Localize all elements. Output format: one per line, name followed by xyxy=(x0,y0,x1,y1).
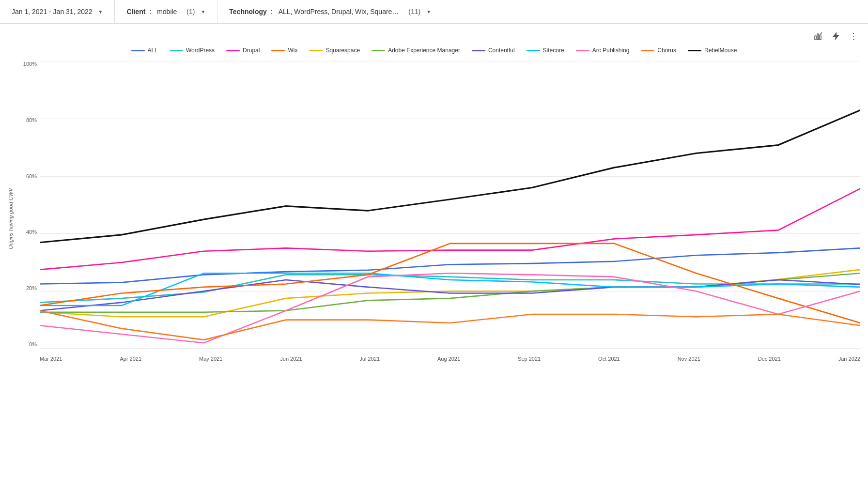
technology-filter-count: (11) xyxy=(408,8,420,15)
y-label-20: 20% xyxy=(18,286,40,291)
y-label-100: 100% xyxy=(18,61,40,67)
legend-color-contentful xyxy=(472,50,485,51)
chorus-line xyxy=(40,311,860,340)
legend-label-sitecore: Sitecore xyxy=(543,47,564,54)
legend-label-arc: Arc Publishing xyxy=(592,47,630,54)
legend-color-arc xyxy=(576,50,589,51)
client-filter-label: Client xyxy=(126,8,145,15)
legend-item-wordpress: WordPress xyxy=(170,47,215,54)
legend-item-squarespace: Squarespace xyxy=(309,47,360,54)
client-chevron: ▼ xyxy=(201,9,205,15)
x-label-jul2021: Jul 2021 xyxy=(359,356,380,362)
y-axis-label: Origins having good CWV xyxy=(8,61,16,362)
lightning-icon[interactable] xyxy=(829,30,843,43)
x-label-nov2021: Nov 2021 xyxy=(678,356,700,362)
date-chevron: ▼ xyxy=(98,9,103,15)
legend-label-rebelmouse: RebelMouse xyxy=(704,47,737,54)
svg-rect-2 xyxy=(820,35,821,40)
x-labels: Mar 2021 Apr 2021 May 2021 Jun 2021 Jul … xyxy=(40,347,860,362)
legend-color-all xyxy=(131,50,145,51)
legend-item-arc: Arc Publishing xyxy=(576,47,630,54)
legend-label-contentful: Contentful xyxy=(488,47,515,54)
more-options-icon[interactable]: ⋮ xyxy=(847,30,860,43)
legend-item-all: ALL xyxy=(131,47,158,54)
x-label-dec2021: Dec 2021 xyxy=(758,356,781,362)
y-label-60: 60% xyxy=(18,174,40,179)
legend-item-wix: Wix xyxy=(271,47,297,54)
x-label-oct2021: Oct 2021 xyxy=(598,356,620,362)
legend-label-wix: Wix xyxy=(288,47,297,54)
legend-item-sitecore: Sitecore xyxy=(527,47,564,54)
y-labels: 100% 80% 60% 40% 20% 0% xyxy=(18,61,40,347)
legend-color-rebelmouse xyxy=(688,50,701,51)
chart-legend: ALL WordPress Drupal Wix Squarespace Ado… xyxy=(8,47,860,54)
legend-color-wix xyxy=(271,50,285,51)
legend-color-wordpress xyxy=(170,50,183,51)
y-label-80: 80% xyxy=(18,118,40,123)
x-label-may2021: May 2021 xyxy=(199,356,222,362)
legend-label-drupal: Drupal xyxy=(243,47,260,54)
legend-label-all: ALL xyxy=(148,47,158,54)
date-label: Jan 1, 2021 - Jan 31, 2022 xyxy=(12,8,93,15)
legend-color-drupal xyxy=(226,50,240,51)
legend-label-wordpress: WordPress xyxy=(186,47,215,54)
legend-color-adobe xyxy=(372,50,385,51)
legend-item-adobe: Adobe Experience Manager xyxy=(372,47,460,54)
chart-container: ⋮ ALL WordPress Drupal Wix Squarespace A… xyxy=(0,24,868,369)
legend-item-contentful: Contentful xyxy=(472,47,515,54)
technology-filter-label: Technology xyxy=(229,8,267,15)
y-label-0: 0% xyxy=(18,342,40,347)
y-label-40: 40% xyxy=(18,230,40,235)
line-chart-svg xyxy=(40,61,860,349)
drupal-line xyxy=(40,189,860,270)
client-filter-count: (1) xyxy=(186,8,195,15)
legend-color-sitecore xyxy=(527,50,540,51)
x-label-mar2021: Mar 2021 xyxy=(40,356,62,362)
toolbar: ⋮ xyxy=(8,30,860,43)
legend-color-chorus xyxy=(641,50,654,51)
technology-chevron: ▼ xyxy=(426,9,431,15)
legend-item-rebelmouse: RebelMouse xyxy=(688,47,737,54)
legend-label-chorus: Chorus xyxy=(657,47,676,54)
x-label-jun2021: Jun 2021 xyxy=(280,356,302,362)
chart-type-icon[interactable] xyxy=(812,30,825,43)
legend-label-adobe: Adobe Experience Manager xyxy=(388,47,460,54)
x-label-apr2021: Apr 2021 xyxy=(120,356,141,362)
x-label-jan2022: Jan 2022 xyxy=(838,356,860,362)
x-label-aug2021: Aug 2021 xyxy=(437,356,460,362)
legend-color-squarespace xyxy=(309,50,323,51)
client-filter[interactable]: Client: mobile (1) ▼ xyxy=(115,0,217,23)
chart-inner: 100% 80% 60% 40% 20% 0% xyxy=(18,61,860,362)
svg-rect-0 xyxy=(815,36,816,40)
svg-point-3 xyxy=(821,33,822,34)
x-label-sep2021: Sep 2021 xyxy=(518,356,541,362)
chart-area: Origins having good CWV 100% 80% 60% 40%… xyxy=(8,61,860,362)
all-line xyxy=(40,248,860,284)
legend-label-squarespace: Squarespace xyxy=(326,47,360,54)
technology-filter-value: ALL, WordPress, Drupal, Wix, Square… xyxy=(279,8,399,15)
legend-item-chorus: Chorus xyxy=(641,47,676,54)
technology-filter[interactable]: Technology: ALL, WordPress, Drupal, Wix,… xyxy=(217,0,443,23)
date-filter[interactable]: Jan 1, 2021 - Jan 31, 2022 ▼ xyxy=(0,0,115,23)
top-bar: Jan 1, 2021 - Jan 31, 2022 ▼ Client: mob… xyxy=(0,0,868,24)
client-filter-value: mobile xyxy=(157,8,177,15)
svg-rect-1 xyxy=(817,34,819,40)
legend-item-drupal: Drupal xyxy=(226,47,260,54)
